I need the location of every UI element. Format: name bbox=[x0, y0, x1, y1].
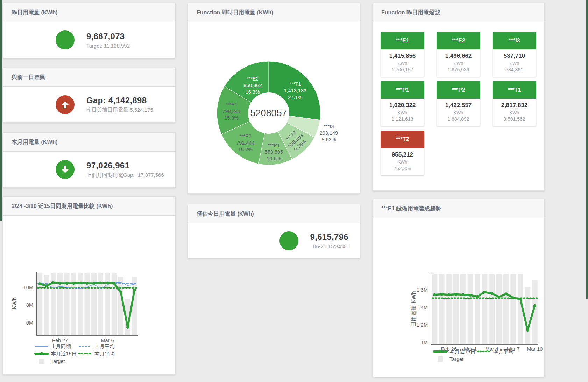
svg-text:本月平均: 本月平均 bbox=[94, 351, 115, 356]
stat-subtitle: Target: 11,128,992 bbox=[86, 43, 130, 49]
light-tile: ***T12,817,832KWh3,591,562 bbox=[493, 81, 536, 126]
tile-value: 1,496,662 bbox=[438, 53, 479, 60]
tile-unit: KWh bbox=[382, 61, 423, 66]
y-tick-label: 10M bbox=[23, 285, 33, 290]
legend-item-本月平均[interactable]: 本月平均 bbox=[478, 349, 513, 354]
lights-grid: ***E11,415,856KWh1,700,157***E21,496,662… bbox=[373, 22, 544, 176]
target-bar bbox=[510, 274, 516, 344]
series-marker bbox=[469, 294, 472, 297]
legend-item-上月同期[interactable]: 上月同期 bbox=[35, 343, 71, 349]
tile-unit: KWh bbox=[494, 61, 534, 66]
panel-title: Function 即時日用電量 (KWh) bbox=[197, 9, 351, 16]
tile-target-value: 1,700,157 bbox=[382, 67, 423, 72]
panel-title: 與前一日差異 bbox=[12, 74, 167, 81]
donut-label: ***I3293,1495.63% bbox=[320, 124, 338, 143]
series-marker bbox=[497, 296, 500, 298]
tile-value: 1,415,856 bbox=[382, 53, 423, 60]
y-axis-label: 日用電量 KWh bbox=[411, 291, 417, 327]
series-marker bbox=[79, 282, 82, 284]
target-bar bbox=[496, 274, 502, 344]
svg-text:上月同期: 上月同期 bbox=[51, 343, 71, 349]
panel-e1-trend: ***E1 設備用電達成趨勢 1M1.2M1.4M1.6MFeb 26Mar 1… bbox=[373, 199, 545, 377]
tile-target-value: 1,684,092 bbox=[438, 116, 479, 122]
y-tick-label: 6M bbox=[26, 320, 33, 326]
x-tick-label: Mar 10 bbox=[527, 346, 543, 352]
panel-day-gap: 與前一日差異 Gap: 4,142,898 昨日與前日用電量 5,524,175 bbox=[3, 68, 176, 123]
legend-item-本月平均[interactable]: 本月平均 bbox=[79, 351, 115, 356]
svg-text:本月近15日: 本月近15日 bbox=[449, 349, 475, 354]
panel-yesterday-usage: 昨日用電量 (KWh) 9,667,073 Target: 11,128,992 bbox=[3, 3, 176, 58]
panel-title: 昨日用電量 (KWh) bbox=[12, 9, 167, 16]
tile-label: ***E2 bbox=[437, 32, 480, 49]
series-marker bbox=[447, 293, 450, 296]
panel-header: Function 昨日用電燈號 bbox=[373, 3, 544, 22]
tile-unit: KWh bbox=[438, 61, 479, 66]
status-circle-red bbox=[56, 95, 75, 114]
series-marker bbox=[483, 291, 486, 293]
stat-subtitle: 昨日與前日用電量 5,524,175 bbox=[86, 107, 153, 113]
svg-text:Target: Target bbox=[449, 356, 463, 362]
target-bar bbox=[439, 274, 445, 344]
tile-body: 1,496,662KWh1,675,939 bbox=[437, 49, 480, 77]
tile-body: 2,817,832KWh3,591,562 bbox=[493, 99, 536, 126]
tile-body: 955,212KWh762,358 bbox=[381, 148, 424, 176]
series-marker bbox=[120, 291, 122, 294]
tile-body: 1,415,856KWh1,700,157 bbox=[381, 49, 424, 77]
stat-value: 97,026,961 bbox=[86, 161, 164, 171]
series-marker bbox=[72, 282, 75, 285]
tile-label: ***P1 bbox=[381, 81, 424, 99]
legend-item-本月近15日[interactable]: 本月近15日 bbox=[35, 351, 77, 356]
realtime-donut-chart: ***T11,413,18327.1%***I3293,1495.63%***T… bbox=[188, 22, 360, 194]
tile-target-value: 1,121,613 bbox=[382, 116, 423, 122]
svg-text:上月平均: 上月平均 bbox=[94, 343, 115, 349]
page-edge-strip-left bbox=[0, 0, 2, 221]
series-marker bbox=[533, 304, 536, 307]
tile-target-value: 1,675,939 bbox=[438, 67, 479, 72]
tile-body: 1,422,557KWh1,684,092 bbox=[437, 99, 480, 126]
legend-item-Target[interactable]: Target bbox=[39, 359, 65, 364]
x-tick-label: Feb 27 bbox=[52, 338, 68, 343]
stat-text: 97,026,961 上個月同期用電Gap: -17,377,566 bbox=[86, 161, 164, 179]
panel-realtime-donut: Function 即時日用電量 (KWh) ***T11,413,18327.1… bbox=[188, 3, 360, 194]
donut-center-value: 5208057 bbox=[250, 108, 287, 118]
stat-subtitle: 上個月同期用電Gap: -17,377,566 bbox=[86, 172, 164, 179]
panel-header: 預估今日用電量 (KWh) bbox=[188, 204, 360, 223]
status-circle-green bbox=[56, 160, 75, 179]
legend-item-本月近15日[interactable]: 本月近15日 bbox=[434, 349, 475, 354]
light-tile: ***E21,496,662KWh1,675,939 bbox=[437, 32, 480, 77]
series-marker bbox=[113, 282, 115, 285]
series-marker bbox=[126, 326, 129, 329]
y-tick-label: 1M bbox=[421, 340, 428, 345]
series-marker bbox=[462, 293, 465, 296]
series-marker bbox=[505, 292, 508, 295]
legend-item-上月平均[interactable]: 上月平均 bbox=[79, 343, 115, 349]
series-marker bbox=[86, 282, 88, 285]
tile-value: 1,020,322 bbox=[382, 102, 423, 109]
panel-header: 昨日用電量 (KWh) bbox=[3, 3, 175, 22]
svg-text:本月平均: 本月平均 bbox=[493, 349, 513, 354]
panel-title: Function 昨日用電燈號 bbox=[381, 9, 536, 16]
target-bar bbox=[460, 274, 466, 344]
tile-unit: KWh bbox=[382, 110, 423, 115]
tile-value: 1,422,557 bbox=[438, 102, 479, 109]
panel-title: 預估今日用電量 (KWh) bbox=[197, 210, 351, 217]
y-tick-label: 8M bbox=[26, 302, 33, 308]
tile-value: 955,212 bbox=[382, 151, 423, 158]
legend-item-Target[interactable]: Target bbox=[438, 356, 463, 362]
target-bar bbox=[503, 274, 509, 344]
target-bar bbox=[432, 274, 437, 344]
y-tick-label: 1.4M bbox=[417, 305, 428, 310]
series-marker bbox=[59, 282, 62, 285]
tile-value: 537,710 bbox=[494, 53, 534, 60]
compare-chart: 6M8M10MFeb 27Mar 6KWh上月同期上月平均本月近15日本月平均T… bbox=[3, 216, 175, 375]
e1-trend-chart: 1M1.2M1.4M1.6MFeb 26Mar 1Mar 4Mar 7Mar 1… bbox=[373, 218, 545, 377]
tile-label: ***T1 bbox=[493, 81, 536, 99]
panel-usage-lights: Function 昨日用電燈號 ***E11,415,856KWh1,700,1… bbox=[373, 3, 545, 191]
status-circle-green bbox=[56, 30, 75, 49]
tile-target-value: 584,861 bbox=[494, 67, 534, 72]
x-tick-label: Mar 6 bbox=[101, 338, 114, 343]
panel-month-usage: 本月用電量 (KWh) 97,026,961 上個月同期用電Gap: -17,3… bbox=[3, 132, 176, 188]
light-tile: ***P11,020,322KWh1,121,613 bbox=[381, 81, 424, 126]
y-axis-label: KWh bbox=[12, 297, 17, 310]
stat-value: 9,615,796 bbox=[310, 232, 348, 242]
